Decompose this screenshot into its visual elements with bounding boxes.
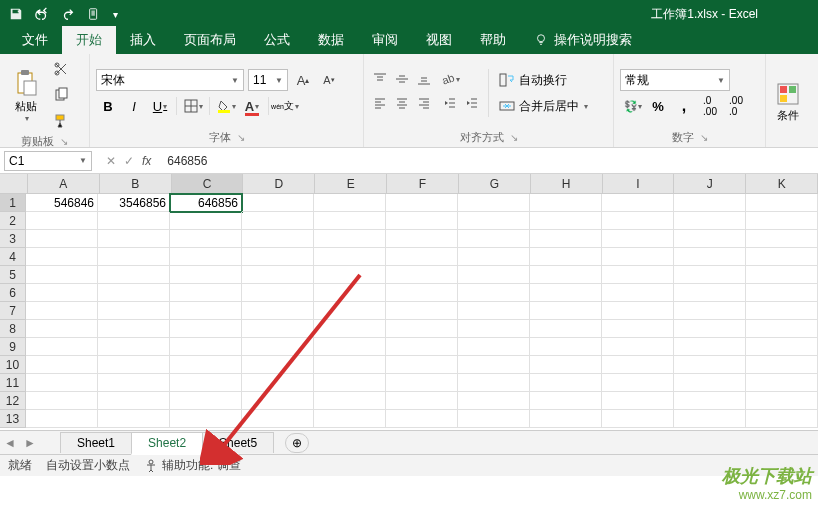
fill-color-button[interactable]: ▾ [214, 95, 238, 117]
decrease-indent-icon[interactable] [440, 93, 460, 113]
cell[interactable] [746, 284, 818, 302]
cell[interactable] [386, 374, 458, 392]
row-header[interactable]: 5 [0, 266, 26, 284]
cell[interactable] [242, 374, 314, 392]
cell[interactable] [602, 374, 674, 392]
cell[interactable] [386, 302, 458, 320]
cell[interactable] [602, 320, 674, 338]
cell[interactable] [314, 392, 386, 410]
cell[interactable] [458, 302, 530, 320]
cell[interactable] [458, 356, 530, 374]
col-header-j[interactable]: J [674, 174, 746, 193]
font-launcher-icon[interactable]: ↘ [237, 132, 245, 143]
orientation-icon[interactable]: ab▾ [440, 69, 460, 89]
cell[interactable] [458, 212, 530, 230]
cell[interactable] [458, 410, 530, 428]
col-header-c[interactable]: C [172, 174, 244, 193]
cell[interactable] [602, 212, 674, 230]
cell[interactable] [242, 392, 314, 410]
row-header[interactable]: 13 [0, 410, 26, 428]
phonetic-button[interactable]: wén文▾ [273, 95, 297, 117]
name-box[interactable]: C1▼ [4, 151, 92, 171]
cell[interactable] [458, 248, 530, 266]
tab-data[interactable]: 数据 [304, 26, 358, 54]
cell[interactable] [242, 320, 314, 338]
cell[interactable] [98, 266, 170, 284]
cell[interactable] [746, 356, 818, 374]
cell[interactable] [386, 266, 458, 284]
align-bottom-icon[interactable] [414, 69, 434, 89]
cell[interactable] [674, 248, 746, 266]
cell[interactable] [242, 302, 314, 320]
cell[interactable] [314, 194, 386, 212]
cell[interactable] [386, 212, 458, 230]
font-color-button[interactable]: A▾ [240, 95, 264, 117]
cell[interactable] [530, 410, 602, 428]
cell[interactable] [98, 410, 170, 428]
cell[interactable] [98, 248, 170, 266]
cell[interactable] [458, 392, 530, 410]
cell[interactable] [386, 284, 458, 302]
row-header[interactable]: 9 [0, 338, 26, 356]
tab-pagelayout[interactable]: 页面布局 [170, 26, 250, 54]
cell[interactable] [602, 266, 674, 284]
cell[interactable] [746, 230, 818, 248]
sheet-nav-prev[interactable]: ◄ [0, 436, 20, 450]
redo-icon[interactable] [56, 2, 80, 26]
cell[interactable] [98, 338, 170, 356]
cell[interactable] [386, 356, 458, 374]
cell[interactable]: 3546856 [98, 194, 170, 212]
cell[interactable] [458, 194, 530, 212]
copy-icon[interactable] [50, 84, 72, 106]
cell[interactable] [674, 212, 746, 230]
row-header[interactable]: 12 [0, 392, 26, 410]
cell[interactable] [314, 410, 386, 428]
cell[interactable] [98, 392, 170, 410]
wrap-text-button[interactable]: 自动换行 [495, 69, 592, 91]
cell[interactable] [242, 410, 314, 428]
increase-indent-icon[interactable] [462, 93, 482, 113]
tab-insert[interactable]: 插入 [116, 26, 170, 54]
cell[interactable] [674, 284, 746, 302]
col-header-g[interactable]: G [459, 174, 531, 193]
cell[interactable] [674, 356, 746, 374]
cell[interactable] [530, 392, 602, 410]
cell[interactable] [314, 356, 386, 374]
cell[interactable] [530, 266, 602, 284]
add-sheet-button[interactable]: ⊕ [285, 433, 309, 453]
font-name-select[interactable]: 宋体▼ [96, 69, 244, 91]
cell[interactable] [602, 392, 674, 410]
cell[interactable] [530, 374, 602, 392]
fx-icon[interactable]: fx [142, 154, 151, 168]
cell[interactable] [746, 248, 818, 266]
touch-mode-icon[interactable] [82, 2, 106, 26]
cell[interactable] [458, 266, 530, 284]
cell[interactable] [314, 212, 386, 230]
cell[interactable] [458, 230, 530, 248]
cell[interactable] [386, 248, 458, 266]
cell[interactable] [674, 410, 746, 428]
cell[interactable] [98, 374, 170, 392]
cell[interactable] [26, 230, 98, 248]
cell[interactable] [746, 338, 818, 356]
cell[interactable] [98, 230, 170, 248]
cell[interactable] [26, 320, 98, 338]
cell[interactable] [458, 284, 530, 302]
sheet-tab-sheet2[interactable]: Sheet2 [131, 432, 203, 455]
cell[interactable] [170, 410, 242, 428]
align-top-icon[interactable] [370, 69, 390, 89]
cell[interactable] [386, 194, 458, 212]
cell[interactable] [746, 410, 818, 428]
sheet-tab-sheet1[interactable]: Sheet1 [60, 432, 132, 453]
align-left-icon[interactable] [370, 93, 390, 113]
decrease-decimal-button[interactable]: .00.0 [724, 95, 748, 117]
col-header-k[interactable]: K [746, 174, 818, 193]
cell[interactable] [602, 284, 674, 302]
tab-review[interactable]: 审阅 [358, 26, 412, 54]
cell[interactable] [26, 356, 98, 374]
cell[interactable] [602, 230, 674, 248]
cell[interactable] [26, 374, 98, 392]
col-header-e[interactable]: E [315, 174, 387, 193]
cell[interactable] [746, 320, 818, 338]
cell[interactable] [530, 212, 602, 230]
